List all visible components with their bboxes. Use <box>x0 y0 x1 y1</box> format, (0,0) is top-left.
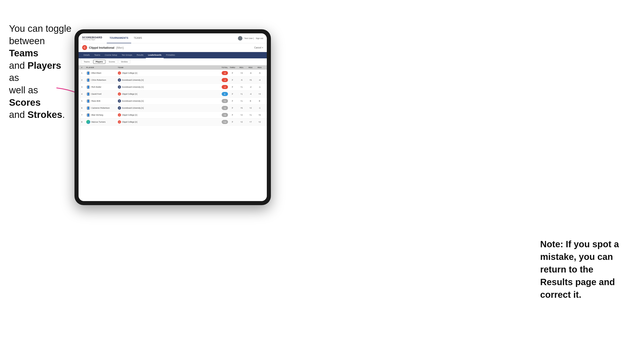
team-cell: SB Scoreboard University [A] <box>118 78 214 82</box>
tab-course-setup[interactable]: Course Setup <box>102 52 120 58</box>
score-badge: +1 <box>222 99 228 103</box>
rd1-cell: +1 <box>237 93 246 95</box>
table-row: 1 👤 Elliot Ebert C Clippd College [A] -8… <box>78 70 267 77</box>
player-cell: 👤 Chris Robertson <box>86 78 118 82</box>
total-cell: -8 <box>214 71 228 75</box>
col-rd3: RD3 <box>255 66 264 68</box>
table-row: 6 👤 Cameron Robertson SB Scoreboard Univ… <box>78 105 267 112</box>
rank-cell: 2 <box>81 79 86 81</box>
rd3-cell: -1 <box>255 86 264 88</box>
table-row: 8 Marcus Turners C Clippd College [A] +1… <box>78 119 267 126</box>
team-logo: SB <box>118 106 121 110</box>
tab-tee-groups[interactable]: Tee Groups <box>120 52 134 58</box>
player-name: Chris Robertson <box>92 79 106 81</box>
team-cell: SB Scoreboard University [A] <box>118 106 214 110</box>
col-rd2: RD2 <box>246 66 255 68</box>
team-logo: SB <box>118 85 121 89</box>
sub-tab-players[interactable]: Players <box>93 60 106 64</box>
thru-cell: F <box>228 79 237 81</box>
player-cell: 👤 Rees Britt <box>86 99 118 103</box>
team-cell: C Clippd College [A] <box>118 113 214 117</box>
tablet-frame: SCOREBOARD Powered by clippd TOURNAMENTS… <box>74 29 271 205</box>
team-logo: SB <box>118 78 121 82</box>
rank-cell: 8 <box>81 121 86 123</box>
rd3-cell: -4 <box>255 79 264 81</box>
tab-leaderboards[interactable]: Leaderboards <box>146 52 164 58</box>
total-cell: +1 <box>214 99 228 103</box>
player-avatar: 👤 <box>86 99 90 103</box>
player-avatar: 👤 <box>86 113 90 117</box>
rd2-cell: +1 <box>246 114 255 116</box>
rd1-cell: +1 <box>237 86 246 88</box>
nav-teams[interactable]: TEAMS <box>131 33 145 43</box>
cancel-button[interactable]: Cancel × <box>254 46 263 49</box>
thru-cell: F <box>228 121 237 123</box>
tab-printables[interactable]: Printables <box>164 52 177 58</box>
player-name: Blair McHarg <box>92 114 103 116</box>
tab-bar: Details Teams Course Setup Tee Groups Re… <box>78 52 267 58</box>
rd1-cell: -5 <box>237 79 246 81</box>
team-logo: C <box>118 92 121 96</box>
rd2-cell: -4 <box>246 93 255 95</box>
thru-cell: F <box>228 107 237 109</box>
thru-cell: F <box>228 72 237 74</box>
logo-area: SCOREBOARD Powered by clippd <box>82 36 102 40</box>
rd2-cell: -6 <box>246 72 255 74</box>
user-avatar <box>238 36 242 41</box>
player-avatar: 👤 <box>86 106 90 110</box>
nav-bar: SCOREBOARD Powered by clippd TOURNAMENTS… <box>78 33 267 43</box>
rank-cell: 7 <box>81 114 86 116</box>
rd3-cell: -5 <box>255 72 264 74</box>
tab-teams[interactable]: Teams <box>92 52 103 58</box>
col-thru: THRU <box>228 66 237 68</box>
sub-tab-scores[interactable]: Scores <box>106 60 118 64</box>
rd1-cell: +3 <box>237 72 246 74</box>
table-row: 3 👤 Rich Butler SB Scoreboard University… <box>78 84 267 91</box>
table-row: 7 👤 Blair McHarg C Clippd College [A] +9… <box>78 112 267 119</box>
table-row: 5 👤 Rees Britt SB Scoreboard University … <box>78 98 267 105</box>
player-avatar <box>86 120 90 124</box>
rd1-cell: +1 <box>237 100 246 102</box>
rd2-cell: +5 <box>246 79 255 81</box>
score-badge: -2 <box>222 85 228 89</box>
player-name: Rees Britt <box>92 100 100 102</box>
total-cell: +9 <box>214 113 228 117</box>
score-badge: E <box>222 92 228 96</box>
col-rank: # <box>81 66 86 68</box>
total-cell: +11 <box>214 120 228 124</box>
tournament-name: Clippd Invitational (Men) <box>89 46 124 49</box>
score-badge: +11 <box>222 120 228 124</box>
rd3-cell: +3 <box>255 93 264 95</box>
team-logo: C <box>118 113 121 117</box>
nav-right: Test User | Sign out <box>238 36 263 41</box>
team-cell: SB Scoreboard University [A] <box>118 85 214 89</box>
sub-tab-strokes[interactable]: Strokes <box>118 60 130 64</box>
table-body: 1 👤 Elliot Ebert C Clippd College [A] -8… <box>78 70 267 126</box>
sub-tab-bar: Teams Players Scores Strokes <box>78 58 267 65</box>
sign-out-link[interactable]: Sign out <box>256 37 263 39</box>
rd1-cell: +2 <box>237 114 246 116</box>
rd2-cell: -2 <box>246 86 255 88</box>
player-avatar: 👤 <box>86 78 90 82</box>
team-logo: C <box>118 71 121 75</box>
rd2-cell: +2 <box>246 107 255 109</box>
tab-results[interactable]: Results <box>134 52 146 58</box>
nav-tournaments[interactable]: TOURNAMENTS <box>107 33 131 43</box>
col-player: PLAYER <box>86 66 118 68</box>
rd1-cell: +5 <box>237 107 246 109</box>
col-total: TOTAL <box>214 66 228 68</box>
tab-details[interactable]: Details <box>81 52 92 58</box>
player-cell: 👤 David Ford <box>86 92 118 96</box>
team-cell: C Clippd College [A] <box>118 120 214 124</box>
player-avatar: 👤 <box>86 92 90 96</box>
tournament-title-row: C Clippd Invitational (Men) <box>82 45 124 50</box>
sub-tab-teams[interactable]: Teams <box>81 60 92 64</box>
logo-text: SCOREBOARD <box>82 36 102 39</box>
team-name: Scoreboard University [A] <box>122 100 144 102</box>
team-logo: C <box>118 120 121 124</box>
rank-cell: 6 <box>81 107 86 109</box>
rd2-cell: E <box>246 100 255 102</box>
rd2-cell: +7 <box>246 121 255 123</box>
user-text: Test User | <box>244 37 254 39</box>
team-cell: SB Scoreboard University [A] <box>118 99 214 103</box>
